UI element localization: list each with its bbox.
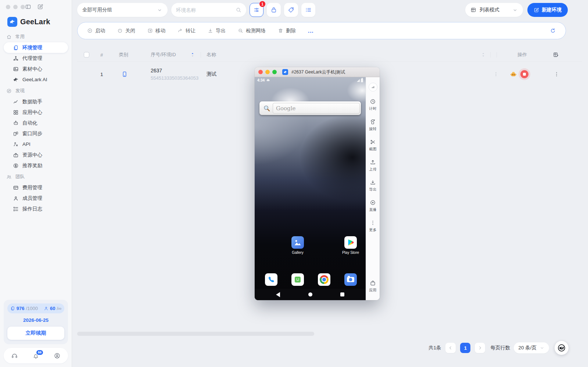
sidebar-item-billing[interactable]: 费用管理 bbox=[4, 182, 68, 193]
move-icon bbox=[147, 28, 153, 33]
sidebar-item-proxy-management[interactable]: 代理管理 bbox=[4, 53, 68, 64]
gallery-app-icon[interactable] bbox=[291, 236, 304, 249]
chevron-right-icon bbox=[477, 345, 483, 350]
page-size-select[interactable]: 20 条/页 bbox=[514, 342, 549, 353]
group-filter-select[interactable]: 全部可用分组 bbox=[77, 3, 168, 17]
sidebar-item-resource-center[interactable]: 资源中心 bbox=[4, 150, 68, 160]
google-search-field[interactable]: Google bbox=[273, 103, 360, 114]
geelark-watermark-button[interactable] bbox=[555, 341, 569, 355]
sidebar-item-material-center[interactable]: 素材中心 bbox=[4, 64, 68, 74]
tool-rotate[interactable]: 旋转 bbox=[366, 119, 380, 132]
sidebar-item-referral-rewards[interactable]: 推荐奖励 bbox=[4, 160, 68, 171]
play-store-app-icon[interactable] bbox=[344, 236, 357, 249]
network-check-icon bbox=[238, 28, 243, 33]
close-window-button[interactable] bbox=[6, 5, 10, 9]
cloud-phone-window[interactable]: #2637 GeeLark云手机|测试 4:34 Google bbox=[255, 67, 380, 300]
rows-per-page-label: 每页行数 bbox=[490, 345, 510, 351]
row-extra-dots-icon[interactable] bbox=[493, 72, 499, 77]
sidebar-item-data-assistant[interactable]: 数据助手 bbox=[4, 96, 68, 107]
sidebar-item-members[interactable]: 成员管理 bbox=[4, 193, 68, 204]
prev-page-button[interactable] bbox=[445, 343, 456, 353]
android-back-button[interactable] bbox=[276, 292, 280, 297]
tool-apps[interactable]: 应用 bbox=[366, 280, 380, 293]
sidebar-item-geelark-ai[interactable]: GeeLark AI bbox=[4, 74, 68, 85]
view-mode-select[interactable]: 列表模式 bbox=[465, 3, 523, 17]
google-search-widget[interactable]: Google bbox=[259, 101, 361, 115]
notification-badge: 66 bbox=[36, 349, 44, 356]
search-input[interactable] bbox=[176, 7, 229, 13]
serial-sort-icon[interactable] bbox=[190, 52, 196, 58]
renew-button[interactable]: 立即续期 bbox=[7, 327, 64, 340]
col-name: 名称 bbox=[207, 51, 216, 58]
android-home-button[interactable] bbox=[308, 292, 312, 296]
camera-app-icon[interactable] bbox=[344, 273, 357, 286]
total-count: 共1条 bbox=[429, 345, 441, 351]
notifications-icon[interactable]: 66 bbox=[32, 352, 39, 359]
current-page[interactable]: 1 bbox=[460, 343, 470, 353]
tool-more[interactable]: 更多 bbox=[366, 220, 380, 233]
phone-zoom-button[interactable] bbox=[272, 70, 277, 74]
refresh-button[interactable] bbox=[550, 28, 556, 34]
tool-upload[interactable]: 上传 bbox=[366, 159, 380, 172]
next-page-button[interactable] bbox=[475, 343, 485, 353]
tool-timer[interactable]: 计时 bbox=[366, 98, 380, 111]
column-settings-icon[interactable] bbox=[553, 51, 559, 58]
account-icon[interactable] bbox=[54, 352, 61, 359]
section-common: 常用 bbox=[4, 31, 68, 42]
sidebar-item-api[interactable]: API bbox=[4, 139, 68, 150]
tags-button[interactable] bbox=[284, 3, 298, 17]
row-more-icon[interactable] bbox=[553, 71, 560, 78]
apps-box-icon bbox=[370, 280, 376, 286]
col-index: # bbox=[100, 52, 103, 57]
signal-icon bbox=[357, 79, 360, 82]
zoom-window-button[interactable] bbox=[21, 5, 25, 9]
stop-phone-button[interactable] bbox=[520, 70, 528, 78]
network-status-icon[interactable] bbox=[369, 83, 377, 91]
sidebar-toggle-icon[interactable] bbox=[25, 4, 31, 10]
compose-icon[interactable] bbox=[37, 4, 43, 10]
network-check-button[interactable]: 检测网络 bbox=[238, 28, 266, 34]
magnifier-icon bbox=[261, 104, 273, 112]
status-time: 4:34 bbox=[257, 78, 265, 82]
transfer-button[interactable]: 转让 bbox=[178, 28, 196, 34]
phone-minimize-button[interactable] bbox=[265, 70, 270, 74]
sidebar-item-window-sync[interactable]: 窗口同步 bbox=[4, 128, 68, 139]
sidebar-item-automation[interactable]: 自动化 bbox=[4, 118, 68, 128]
horizontal-scrollbar[interactable] bbox=[77, 332, 314, 336]
select-all-checkbox[interactable] bbox=[84, 52, 89, 57]
minimize-window-button[interactable] bbox=[13, 5, 18, 9]
phone-screen[interactable]: 4:34 Google Gallery Play Store bbox=[255, 77, 366, 300]
tool-live[interactable]: 直播 bbox=[366, 199, 380, 212]
columns-button[interactable] bbox=[301, 3, 315, 17]
chrome-app-icon[interactable] bbox=[318, 273, 330, 286]
automation-task-icon[interactable] bbox=[510, 71, 517, 78]
start-button[interactable]: 启动 bbox=[87, 28, 105, 34]
sidebar-item-env-management[interactable]: 环境管理 bbox=[4, 42, 68, 53]
new-env-button[interactable]: 新建环境 bbox=[527, 3, 568, 17]
shutdown-button[interactable]: 关闭 bbox=[117, 28, 135, 34]
hidden-col-sort-icon[interactable] bbox=[480, 52, 486, 58]
messages-app-icon[interactable] bbox=[291, 273, 304, 286]
phone-close-button[interactable] bbox=[258, 70, 263, 74]
play-icon bbox=[87, 28, 93, 33]
record-icon bbox=[370, 199, 376, 206]
api-icon bbox=[13, 141, 19, 147]
serial-cell: 2637 554513335035364053 bbox=[151, 67, 198, 82]
move-button[interactable]: 移动 bbox=[147, 28, 165, 34]
power-icon bbox=[117, 28, 123, 33]
support-icon[interactable] bbox=[11, 352, 18, 359]
tool-export[interactable]: 导出 bbox=[366, 179, 380, 192]
phone-app-icon[interactable] bbox=[265, 273, 277, 286]
android-nav-bar bbox=[255, 289, 366, 300]
more-actions-button[interactable]: ... bbox=[308, 28, 314, 34]
phone-window-titlebar[interactable]: #2637 GeeLark云手机|测试 bbox=[255, 67, 380, 77]
tool-screenshot[interactable]: 截图 bbox=[366, 139, 380, 152]
sidebar-item-operation-log[interactable]: 操作日志 bbox=[4, 204, 68, 214]
export-button[interactable]: 导出 bbox=[208, 28, 226, 34]
app-bag-button[interactable] bbox=[267, 3, 281, 17]
android-recents-button[interactable] bbox=[340, 292, 344, 296]
filter-button[interactable]: 1 bbox=[250, 3, 263, 17]
section-team: 团队 bbox=[4, 171, 68, 182]
sidebar-item-app-center[interactable]: 应用中心 bbox=[4, 107, 68, 118]
delete-button[interactable]: 删除 bbox=[278, 28, 296, 34]
